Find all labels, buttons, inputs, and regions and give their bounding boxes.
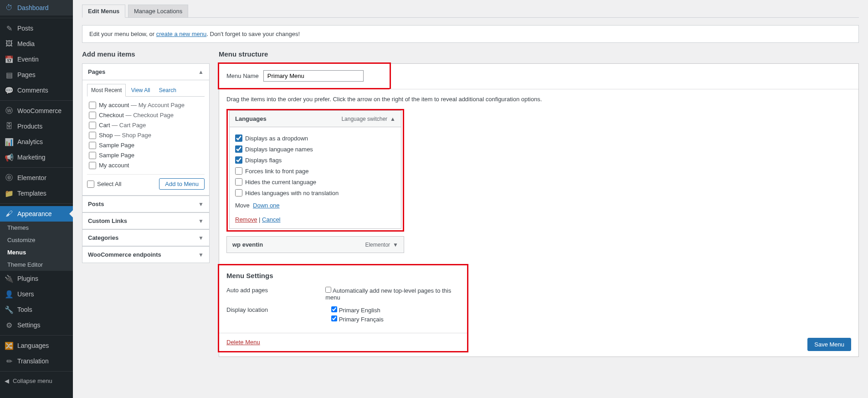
collapse-menu-button[interactable]: ◀Collapse menu — [0, 374, 73, 388]
sidebar-item-woocommerce[interactable]: ⓦWooCommerce — [0, 103, 73, 119]
collapse-icon: ◀ — [5, 377, 9, 384]
subtab-search[interactable]: Search — [155, 84, 180, 96]
page-list-item[interactable]: My account — My Account Page — [89, 100, 203, 110]
sidebar-item-media[interactable]: 🖼Media — [0, 36, 73, 52]
pages-subtabs: Most Recent View All Search — [87, 84, 205, 97]
sidebar-item-users[interactable]: 👤Users — [0, 286, 73, 302]
woo-endpoints-toggle[interactable]: WooCommerce endpoints▼ — [82, 247, 209, 263]
sidebar-item-dashboard[interactable]: ⏱Dashboard — [0, 0, 73, 16]
select-all-checkbox[interactable] — [87, 181, 94, 188]
page-checkbox[interactable] — [89, 142, 96, 149]
woo-endpoints-postbox: WooCommerce endpoints▼ — [82, 246, 210, 263]
menu-item-languages[interactable]: Languages Language switcher▲ Displays as… — [229, 110, 401, 229]
submenu-themes[interactable]: Themes — [0, 222, 73, 234]
sidebar-item-tools[interactable]: 🔧Tools — [0, 302, 73, 317]
templates-icon: 📁 — [5, 189, 14, 198]
submenu-theme-editor[interactable]: Theme Editor — [0, 258, 73, 271]
sidebar-item-plugins[interactable]: 🔌Plugins — [0, 271, 73, 286]
page-list-item[interactable]: Cart — Cart Page — [89, 120, 203, 130]
sidebar-item-analytics[interactable]: 📊Analytics — [0, 134, 73, 150]
lang-opt-dropdown[interactable]: Displays as a dropdown — [235, 133, 395, 144]
cancel-item-link[interactable]: Cancel — [262, 216, 280, 223]
media-icon: 🖼 — [5, 39, 14, 48]
sidebar-item-elementor[interactable]: ⓔElementor — [0, 170, 73, 186]
chevron-down-icon: ▼ — [198, 235, 204, 241]
page-checkbox[interactable] — [89, 152, 96, 159]
submenu-customize[interactable]: Customize — [0, 234, 73, 246]
page-checkbox[interactable] — [89, 162, 96, 169]
tab-manage-locations[interactable]: Manage Locations — [128, 5, 188, 18]
remove-item-link[interactable]: Remove — [235, 216, 257, 223]
menu-name-input[interactable] — [263, 70, 364, 82]
location-primary-fr[interactable]: Primary Français — [331, 315, 384, 323]
chevron-up-icon: ▲ — [390, 116, 395, 122]
sidebar-item-translation[interactable]: ✏Translation — [0, 353, 73, 369]
nav-tabs: Edit Menus Manage Locations — [82, 5, 859, 18]
custom-links-postbox: Custom Links▼ — [82, 212, 210, 229]
create-new-menu-link[interactable]: create a new menu — [156, 31, 207, 37]
sidebar-item-posts[interactable]: ✎Posts — [0, 21, 73, 36]
add-to-menu-button[interactable]: Add to Menu — [159, 178, 205, 190]
lang-opt-names[interactable]: Displays language names — [235, 144, 395, 155]
move-down-link[interactable]: Down one — [253, 202, 280, 209]
location-primary-en[interactable]: Primary English — [331, 306, 384, 314]
page-list-item[interactable]: Checkout — Checkout Page — [89, 110, 203, 120]
sidebar-item-settings[interactable]: ⚙Settings — [0, 317, 73, 333]
pages-postbox: Pages ▲ Most Recent View All Search My a… — [82, 63, 210, 196]
calendar-icon: 📅 — [5, 55, 14, 64]
chevron-up-icon: ▲ — [198, 69, 204, 75]
posts-postbox-toggle[interactable]: Posts▼ — [82, 196, 209, 212]
sidebar-item-eventin[interactable]: 📅Eventin — [0, 52, 73, 67]
page-checkbox[interactable] — [89, 122, 96, 129]
languages-item-highlight: Languages Language switcher▲ Displays as… — [226, 109, 404, 232]
sidebar-item-products[interactable]: 🗄Products — [0, 119, 73, 134]
page-list-item[interactable]: Shop — Shop Page — [89, 130, 203, 140]
save-menu-button[interactable]: Save Menu — [807, 338, 851, 351]
menu-item-bar[interactable]: Languages Language switcher▲ — [230, 111, 401, 127]
select-all-row[interactable]: Select All — [87, 179, 121, 189]
subtab-most-recent[interactable]: Most Recent — [87, 84, 126, 97]
comments-icon: 💬 — [5, 86, 14, 95]
sidebar-item-comments[interactable]: 💬Comments — [0, 83, 73, 98]
submenu-menus[interactable]: Menus — [0, 246, 73, 258]
menu-settings-heading: Menu Settings — [226, 272, 460, 279]
sidebar-item-templates[interactable]: 📁Templates — [0, 186, 73, 201]
drag-hint-text: Drag the items into the order you prefer… — [226, 96, 851, 103]
lang-opt-flags[interactable]: Displays flags — [235, 155, 395, 165]
sidebar-item-languages[interactable]: 🔀Languages — [0, 338, 73, 353]
sidebar-item-marketing[interactable]: 📢Marketing — [0, 150, 73, 165]
add-items-heading: Add menu items — [82, 50, 210, 58]
move-row: Move Down one — [235, 202, 395, 209]
auto-add-checkbox-row[interactable]: Automatically add new top-level pages to… — [325, 287, 460, 301]
menu-item-wp-eventin[interactable]: wp eventin Elementor▼ — [226, 236, 404, 253]
tab-edit-menus[interactable]: Edit Menus — [82, 5, 125, 18]
page-checkbox[interactable] — [89, 102, 96, 109]
menu-item-bar[interactable]: wp eventin Elementor▼ — [227, 237, 404, 253]
users-icon: 👤 — [5, 289, 14, 299]
page-list-item[interactable]: Sample Page — [89, 150, 203, 160]
lang-opt-front[interactable]: Forces link to front page — [235, 165, 395, 176]
categories-toggle[interactable]: Categories▼ — [82, 230, 209, 246]
chevron-down-icon: ▼ — [198, 218, 204, 224]
lang-opt-hide-current[interactable]: Hides the current language — [235, 176, 395, 187]
page-checkbox[interactable] — [89, 132, 96, 139]
woo-icon: ⓦ — [5, 106, 14, 115]
products-icon: 🗄 — [5, 122, 14, 131]
page-checkbox[interactable] — [89, 112, 96, 119]
chevron-down-icon: ▼ — [198, 201, 204, 207]
subtab-view-all[interactable]: View All — [128, 84, 154, 96]
chevron-down-icon: ▼ — [393, 242, 398, 248]
page-list-item[interactable]: Sample Page — [89, 140, 203, 150]
appearance-icon: 🖌 — [5, 209, 14, 218]
sidebar-item-appearance[interactable]: 🖌Appearance — [0, 206, 73, 222]
sidebar-item-pages[interactable]: ▤Pages — [0, 67, 73, 83]
pages-scroll-list[interactable]: My account — My Account Page Checkout — … — [87, 100, 205, 171]
page-list-item[interactable]: My account — [89, 160, 203, 171]
analytics-icon: 📊 — [5, 137, 14, 146]
pages-postbox-toggle[interactable]: Pages ▲ — [82, 64, 209, 80]
lang-opt-hide-notrans[interactable]: Hides languages with no translation — [235, 187, 395, 198]
main-content: Edit Menus Manage Locations Edit your me… — [73, 0, 868, 398]
delete-menu-link[interactable]: Delete Menu — [226, 339, 260, 346]
languages-icon: 🔀 — [5, 341, 14, 350]
custom-links-toggle[interactable]: Custom Links▼ — [82, 213, 209, 229]
